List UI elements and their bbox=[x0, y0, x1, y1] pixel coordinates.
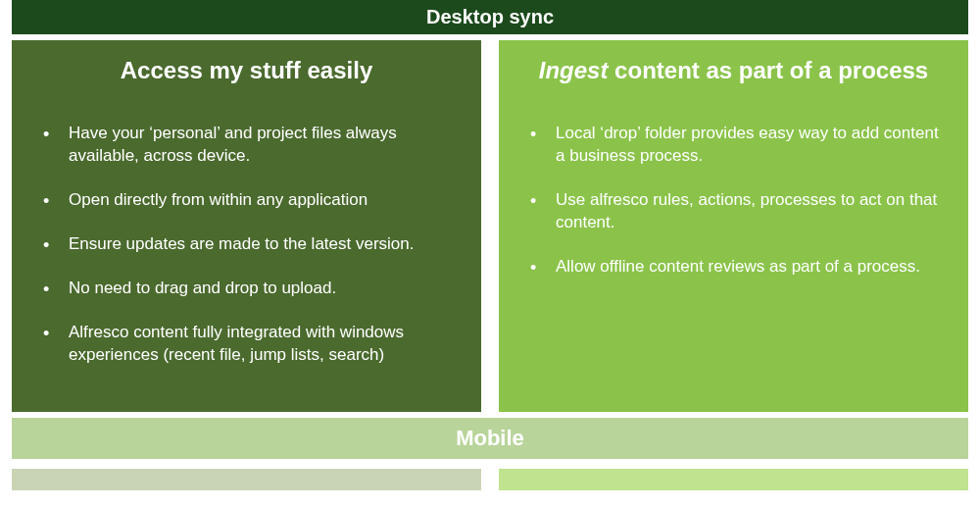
list-item: Open directly from within any applicatio… bbox=[43, 189, 458, 212]
bottom-strip-right bbox=[499, 469, 968, 490]
right-heading-rest: content as part of a process bbox=[608, 57, 928, 83]
list-item: Ensure updates are made to the latest ve… bbox=[43, 233, 458, 256]
right-heading-italic: Ingest bbox=[539, 57, 609, 83]
list-item: Allow offline content reviews as part of… bbox=[530, 256, 945, 279]
header-title: Desktop sync bbox=[426, 6, 554, 27]
left-column: Access my stuff easily Have your ‘person… bbox=[12, 40, 481, 412]
left-bullet-list: Have your ‘personal’ and project files a… bbox=[35, 123, 458, 367]
footer-bar: Mobile bbox=[12, 418, 968, 459]
list-item: Local ‘drop’ folder provides easy way to… bbox=[530, 123, 945, 168]
slide-container: Desktop sync Access my stuff easily Have… bbox=[0, 0, 980, 490]
bottom-strips bbox=[12, 469, 968, 490]
footer-title: Mobile bbox=[456, 426, 524, 450]
bottom-strip-left bbox=[12, 469, 481, 490]
list-item: Use alfresco rules, actions, processes t… bbox=[530, 189, 945, 234]
columns-row: Access my stuff easily Have your ‘person… bbox=[12, 40, 968, 412]
list-item: Alfresco content fully integrated with w… bbox=[43, 322, 458, 367]
right-bullet-list: Local ‘drop’ folder provides easy way to… bbox=[522, 123, 945, 279]
list-item: No need to drag and drop to upload. bbox=[43, 278, 458, 300]
right-heading: Ingest content as part of a process bbox=[522, 56, 945, 85]
right-column: Ingest content as part of a process Loca… bbox=[499, 40, 968, 412]
header-bar: Desktop sync bbox=[12, 0, 968, 34]
left-heading: Access my stuff easily bbox=[35, 56, 458, 85]
list-item: Have your ‘personal’ and project files a… bbox=[43, 123, 458, 168]
